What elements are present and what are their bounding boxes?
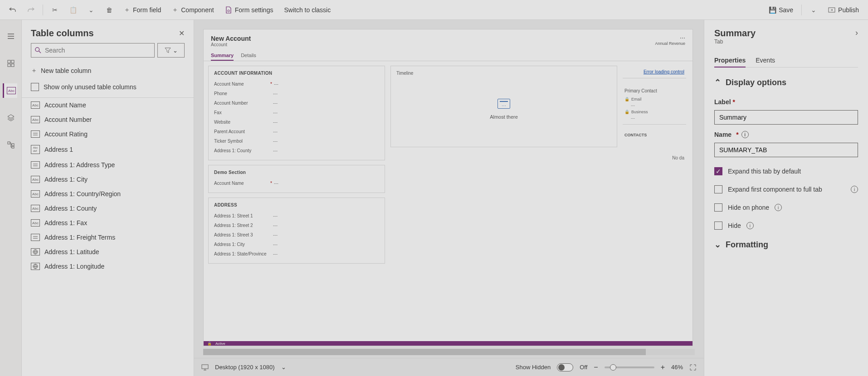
- separator: [43, 5, 43, 15]
- canvas-scroll[interactable]: New Account Account ⋯ Annual Revenue Sum…: [194, 20, 704, 349]
- zoom-out-button[interactable]: −: [594, 363, 598, 371]
- form-field[interactable]: Address 1: Street 1---: [214, 211, 379, 221]
- name-input[interactable]: [714, 143, 858, 157]
- info-icon[interactable]: i: [851, 186, 858, 193]
- field-value: ---: [273, 120, 278, 125]
- form-field[interactable]: Ticker Symbol---: [214, 136, 379, 146]
- section-demo[interactable]: Demo Section Account Name*---: [208, 165, 385, 193]
- form-field[interactable]: Address 1: County---: [214, 146, 379, 155]
- column-item[interactable]: AbcAddress 1: County: [22, 201, 194, 216]
- props-tab[interactable]: Properties: [714, 54, 746, 67]
- chevron-down-icon[interactable]: ⌄: [281, 364, 286, 371]
- component-button[interactable]: ＋Component: [167, 3, 218, 17]
- hide-phone-checkbox[interactable]: [714, 203, 722, 212]
- contacts-title: CONTACTS: [624, 133, 684, 137]
- hide-checkbox[interactable]: [714, 222, 722, 230]
- filter-button[interactable]: ⌄: [157, 43, 185, 58]
- error-link[interactable]: Error loading control: [644, 69, 684, 74]
- save-menu-button[interactable]: ⌄: [805, 4, 822, 16]
- columns-nav[interactable]: Abc: [3, 83, 17, 98]
- search-input[interactable]: [45, 47, 151, 54]
- form-field[interactable]: Account Name*---: [214, 178, 379, 188]
- fit-screen-button[interactable]: [689, 364, 697, 371]
- left-iconbar: Abc: [0, 20, 22, 376]
- field-label: Account Name: [214, 181, 268, 186]
- form-field[interactable]: Address 1: Street 2---: [214, 221, 379, 230]
- form-field[interactable]: Account Name*---: [214, 79, 379, 89]
- column-item[interactable]: AbcAccount Name: [22, 98, 194, 112]
- form-field[interactable]: Parent Account---: [214, 127, 379, 136]
- form-field[interactable]: Address 1: City---: [214, 240, 379, 249]
- column-item[interactable]: Account Rating: [22, 127, 194, 141]
- info-icon[interactable]: i: [775, 204, 782, 211]
- props-title: Summary: [714, 28, 756, 39]
- column-item[interactable]: Address 1: Longitude: [22, 259, 194, 274]
- form-field[interactable]: Address 1: Street 3---: [214, 230, 379, 240]
- close-panel-button[interactable]: ✕: [179, 29, 185, 38]
- panel-title: Table columns: [31, 28, 94, 39]
- layers-nav[interactable]: [4, 111, 18, 125]
- show-unused-checkbox[interactable]: [31, 83, 39, 91]
- expand-default-checkbox[interactable]: ✓: [714, 167, 722, 175]
- abc-icon: Abc: [7, 87, 16, 94]
- field-value: ---: [273, 148, 278, 153]
- form-field-button[interactable]: ＋Form field: [119, 3, 166, 17]
- tree-nav[interactable]: [4, 138, 18, 152]
- form-field[interactable]: Phone---: [214, 89, 379, 98]
- redo-button[interactable]: [23, 4, 39, 16]
- more-icon[interactable]: ⋯: [655, 35, 685, 41]
- section-account-info[interactable]: ACCOUNT INFORMATION Account Name*---Phon…: [208, 66, 385, 160]
- column-item[interactable]: Address 1: Address Type: [22, 158, 194, 172]
- form-surface[interactable]: New Account Account ⋯ Annual Revenue Sum…: [203, 29, 693, 346]
- column-item[interactable]: Address 1: Freight Terms: [22, 230, 194, 245]
- cut-button[interactable]: ✂: [47, 4, 63, 16]
- form-field[interactable]: Address 1: State/Province---: [214, 249, 379, 259]
- save-label: Save: [779, 6, 793, 14]
- search-box[interactable]: [31, 43, 155, 58]
- type-icon: [31, 263, 40, 270]
- column-item[interactable]: Address 1: Latitude: [22, 245, 194, 259]
- components-nav[interactable]: [4, 56, 18, 71]
- svg-rect-11: [33, 163, 38, 167]
- device-label[interactable]: Desktop (1920 x 1080): [215, 364, 275, 371]
- undo-button[interactable]: [5, 4, 21, 16]
- props-tab[interactable]: Events: [756, 54, 775, 67]
- show-hidden-toggle[interactable]: [557, 363, 573, 371]
- column-item[interactable]: AbcAddress 1: Country/Region: [22, 187, 194, 201]
- form-field[interactable]: Fax---: [214, 108, 379, 117]
- display-options-header[interactable]: ⌃ Display options: [714, 77, 858, 87]
- column-label: Address 1: Latitude: [44, 248, 99, 255]
- new-column-button[interactable]: ＋ New table column: [22, 62, 194, 79]
- form-tab[interactable]: Summary: [211, 51, 234, 61]
- zoom-in-button[interactable]: +: [661, 363, 665, 371]
- column-item[interactable]: AbcdefAddress 1: [22, 141, 194, 158]
- delete-button[interactable]: 🗑: [101, 4, 117, 16]
- publish-button[interactable]: Publish: [824, 4, 863, 16]
- expand-first-checkbox[interactable]: [714, 185, 722, 193]
- section-address[interactable]: ADDRESS Address 1: Street 1---Address 1:…: [208, 198, 385, 264]
- column-item[interactable]: AbcAccount Number: [22, 112, 194, 127]
- column-item[interactable]: AbcAddress 1: City: [22, 172, 194, 187]
- info-icon[interactable]: i: [746, 222, 754, 229]
- formatting-header[interactable]: ⌄ Formatting: [714, 240, 858, 250]
- switch-classic-button[interactable]: Switch to classic: [279, 4, 335, 16]
- paste-menu-button[interactable]: ⌄: [83, 4, 99, 16]
- info-icon[interactable]: i: [741, 131, 749, 138]
- form-settings-button[interactable]: Form settings: [220, 4, 278, 16]
- form-field[interactable]: Account Number---: [214, 98, 379, 108]
- horizontal-scrollbar[interactable]: [203, 349, 695, 355]
- svg-rect-7: [12, 144, 14, 146]
- paste-button[interactable]: 📋: [65, 4, 81, 16]
- save-button[interactable]: 💾Save: [764, 4, 798, 16]
- form-tab[interactable]: Details: [241, 51, 256, 61]
- column-item[interactable]: AbcAddress 1: Fax: [22, 216, 194, 230]
- expand-panel-button[interactable]: ›: [855, 28, 858, 38]
- field-value: ---: [274, 181, 278, 186]
- zoom-slider[interactable]: [605, 366, 654, 368]
- hamburger-button[interactable]: [4, 29, 18, 43]
- form-field[interactable]: Website---: [214, 117, 379, 127]
- label-input[interactable]: [714, 110, 858, 125]
- primary-contact-label: Primary Contact: [624, 87, 684, 95]
- timeline-message: Almost there: [490, 114, 518, 120]
- section-timeline[interactable]: Timeline Almost there: [390, 66, 617, 147]
